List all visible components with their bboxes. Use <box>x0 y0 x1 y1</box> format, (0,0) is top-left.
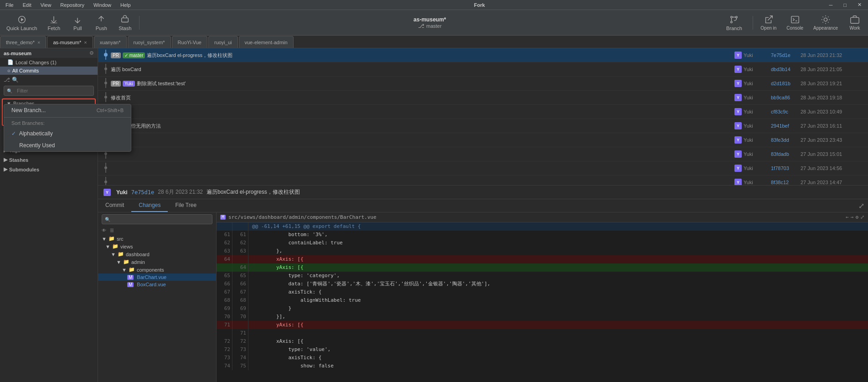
filter-input[interactable] <box>14 87 91 94</box>
diff-settings-icon[interactable]: ⚙ <box>855 214 858 220</box>
diff-next-icon[interactable]: → <box>851 214 854 220</box>
branch-icon: ⎇ <box>418 23 424 29</box>
diff-line-62: 62 62 containLabel: true <box>217 239 868 247</box>
context-menu-recently-used[interactable]: ✓ Recently Used <box>4 139 131 151</box>
repo-tab-vue-element-admin[interactable]: vue-element-admin <box>239 36 294 48</box>
context-menu-alphabetically[interactable]: ✓ Alphabetically <box>4 128 131 139</box>
commit-hash-7: 83fe3dd <box>771 137 801 143</box>
repo-tab-xuanyan[interactable]: xuanyan* <box>94 36 127 48</box>
commit-row-6[interactable]: 删除掉一些无用的方法 Y Yuki 2941bef 27 Jun 2023 16… <box>98 119 868 133</box>
commit-graph-3 <box>102 78 111 89</box>
sort-icon[interactable]: ☰ <box>110 228 114 233</box>
diff-line-63: 63 63 }, <box>217 247 868 255</box>
diff-line-74: 73 74 axisTick: { <box>217 354 868 362</box>
tree-item-admin[interactable]: ▼ 📁 admin <box>98 258 216 266</box>
commit-author-badge-1: Y <box>734 52 742 59</box>
fetch-button[interactable]: Fetch <box>42 13 65 33</box>
open-in-button[interactable]: Open in <box>756 13 781 32</box>
detail-date: 28 6月 2023 21:32 <box>158 188 203 196</box>
submodules-label: Submodules <box>9 167 39 172</box>
commit-author-4: Yuki <box>744 95 771 100</box>
tree-item-dashboard[interactable]: ▼ 📁 dashboard <box>98 250 216 258</box>
detail-hash: 7e75d1e <box>131 189 155 196</box>
menu-repository[interactable]: Repository <box>58 2 86 8</box>
app-title: Fork <box>138 2 821 8</box>
window-close[interactable]: ✕ <box>855 2 864 8</box>
admin-chevron: ▼ <box>116 259 121 265</box>
commit-msg-2: 遍历 boxCard <box>111 66 734 73</box>
commit-row-9[interactable]: Y Yuki 1f78703 27 Jun 2023 14:56 <box>98 161 868 176</box>
main-area: as-museum ⚙ 📄 Local Changes (1) ○ All Co… <box>0 48 868 382</box>
diff-expand-all-icon[interactable]: ⤢ <box>860 214 864 220</box>
svg-point-7 <box>824 18 827 21</box>
commit-row-4[interactable]: 修改首页 Y Yuki bb9ca86 28 Jun 2023 19:18 <box>98 91 868 105</box>
console-button[interactable]: Console <box>782 13 808 32</box>
folder-icon-components: 📁 <box>129 267 135 273</box>
commit-author-badge-6: Y <box>734 122 742 129</box>
tree-item-src[interactable]: ▼ 📁 src <box>98 235 216 243</box>
dashboard-label: dashboard <box>126 252 150 257</box>
commit-row-8[interactable]: Y Yuki 83fdadb 27 Jun 2023 15:01 <box>98 147 868 161</box>
tree-item-views[interactable]: ▼ 📁 views <box>98 243 216 250</box>
sidebar-all-commits[interactable]: ○ All Commits <box>0 67 98 75</box>
svg-rect-2 <box>122 18 129 22</box>
right-panel: PR ✓ master 遍历boxCard el-progress，修改柱状图 … <box>98 48 868 382</box>
diff-line-64-added: 64 yAxis: [{ <box>217 263 868 272</box>
commit-msg-5: 测试v3 <box>111 108 734 115</box>
menu-edit[interactable]: Edit <box>21 2 33 8</box>
menu-file[interactable]: File <box>4 2 16 8</box>
tree-item-components[interactable]: ▼ 📁 components <box>98 266 216 274</box>
menu-view[interactable]: View <box>39 2 53 8</box>
commit-author-badge-3: Y <box>734 80 742 87</box>
diff-line-75: 74 75 show: false <box>217 362 868 370</box>
tab-file-tree[interactable]: File Tree <box>168 199 204 212</box>
sidebar-local-changes-label: Local Changes (1) <box>16 60 57 65</box>
window-max[interactable]: □ <box>841 2 849 8</box>
commit-row-3[interactable]: PR Yuki 删除测试 testtest:'test' Y Yuki d2d1… <box>98 77 868 91</box>
menu-window[interactable]: Window <box>92 2 113 8</box>
menu-help[interactable]: Help <box>119 2 133 8</box>
repo-tab-ruoyi-system[interactable]: ruoyi_system* <box>128 36 171 48</box>
commit-row-7[interactable]: Y Yuki 83fe3dd 27 Jun 2023 23:43 <box>98 133 868 147</box>
commit-row-10[interactable]: Y Yuki 8f38c12 27 Jun 2023 14:47 <box>98 176 868 185</box>
stashes-label: Stashes <box>9 157 28 163</box>
tab-commit[interactable]: Commit <box>98 199 131 212</box>
menubar: File Edit View Repository Window Help Fo… <box>0 0 868 10</box>
pull-label: Pull <box>73 26 82 31</box>
window-min[interactable]: ─ <box>827 2 836 8</box>
diff-prev-icon[interactable]: ← <box>846 214 849 220</box>
commit-row-2[interactable]: 遍历 boxCard Y Yuki dbd3b14 28 Jun 2023 21… <box>98 62 868 77</box>
push-button[interactable]: Push <box>90 13 113 33</box>
recently-check-placeholder: ✓ <box>11 142 16 149</box>
repo-tab-ruoyi-vue[interactable]: RuoYi-Vue <box>172 36 207 48</box>
svg-marker-1 <box>21 18 24 21</box>
commit-author-badge-8: Y <box>734 150 742 158</box>
repo-tab-three-demo[interactable]: three_demo* × <box>0 36 46 48</box>
commit-row-5[interactable]: 测试v3 Y Yuki cf83c9c 28 Jun 2023 10:49 <box>98 105 868 119</box>
sidebar-local-changes[interactable]: 📄 Local Changes (1) <box>0 58 98 67</box>
diff-expand-icon[interactable]: ⤢ <box>858 201 864 210</box>
repo-tab-as-museum[interactable]: as-museum* × <box>47 36 93 48</box>
sidebar-settings-icon[interactable]: ⚙ <box>89 50 94 56</box>
sidebar-submodules[interactable]: ▶ Submodules <box>0 165 98 174</box>
file-tree-search-input[interactable] <box>112 216 209 223</box>
work-button[interactable]: Work <box>843 13 866 32</box>
tree-item-boxcard[interactable]: M BoxCard.vue <box>98 281 216 288</box>
repo-tab-ruoyi-ui[interactable]: ruoyi_ui <box>208 36 238 48</box>
src-label: src <box>117 236 124 242</box>
pull-button[interactable]: Pull <box>66 13 89 33</box>
stash-button[interactable]: Stash <box>114 13 136 33</box>
branch-button[interactable]: Branch <box>718 13 750 33</box>
svg-rect-8 <box>851 17 859 23</box>
detail-author: Yuki <box>116 189 128 196</box>
tree-item-barchart[interactable]: M BarChart.vue <box>98 274 216 281</box>
commit-row-1[interactable]: PR ✓ master 遍历boxCard el-progress，修改柱状图 … <box>98 48 868 62</box>
sidebar-stashes[interactable]: ▶ Stashes <box>0 155 98 165</box>
commit-detail-header: Y Yuki 7e75d1e 28 6月 2023 21:32 遍历boxCar… <box>98 186 868 199</box>
appearance-button[interactable]: Appearance <box>809 13 842 32</box>
context-menu-new-branch[interactable]: New Branch... Ctrl+Shift+B <box>4 104 131 116</box>
filter-input-container: 🔍 <box>0 85 98 97</box>
quick-launch-button[interactable]: Quick Launch <box>2 13 41 33</box>
tab-changes[interactable]: Changes <box>131 199 168 212</box>
eye-icon[interactable]: 👁 <box>102 228 106 233</box>
